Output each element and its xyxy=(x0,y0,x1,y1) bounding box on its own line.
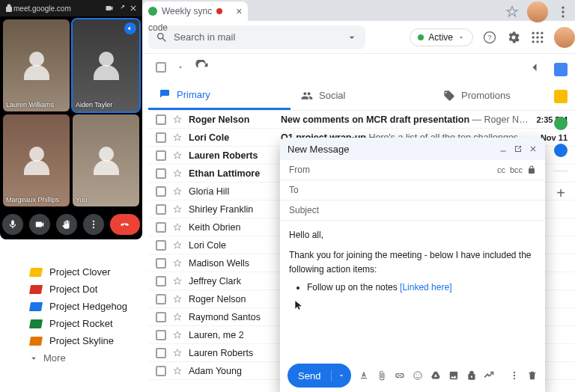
row-checkbox[interactable] xyxy=(156,276,166,287)
compose-body[interactable]: Hello all, Thank you for joining the mee… xyxy=(280,221,545,359)
browser-tab[interactable]: Weekly sync × xyxy=(142,1,248,21)
camera-button[interactable] xyxy=(29,214,50,235)
signature-icon[interactable] xyxy=(484,370,494,382)
popout-icon[interactable] xyxy=(117,4,126,13)
star-icon[interactable] xyxy=(172,294,183,304)
row-checkbox[interactable] xyxy=(156,330,166,340)
more-button[interactable] xyxy=(83,214,104,235)
popout-icon[interactable] xyxy=(514,144,523,153)
format-icon[interactable] xyxy=(359,370,369,382)
star-icon[interactable] xyxy=(172,330,183,340)
calendar-addon-icon[interactable] xyxy=(554,63,568,76)
sidebar-more[interactable]: More xyxy=(0,349,148,367)
more-icon[interactable] xyxy=(509,370,520,382)
compose-from-field[interactable]: From cc bcc xyxy=(280,160,545,180)
sidebar-label-2[interactable]: Project Hedgehog xyxy=(0,298,148,315)
drive-icon[interactable] xyxy=(431,370,441,382)
send-options-icon[interactable] xyxy=(331,370,351,382)
video-tile[interactable]: Margeaux Phillips xyxy=(3,114,70,206)
sidebar-label-1[interactable]: Project Dot xyxy=(0,281,148,298)
add-addon-icon[interactable]: + xyxy=(556,185,565,202)
star-icon[interactable] xyxy=(172,132,183,143)
row-checkbox[interactable] xyxy=(156,204,166,215)
row-checkbox[interactable] xyxy=(156,240,166,251)
tasks-addon-icon[interactable] xyxy=(554,117,568,130)
raise-hand-button[interactable] xyxy=(56,214,77,235)
star-icon[interactable] xyxy=(172,348,183,358)
meet-titlebar[interactable]: meet.google.com xyxy=(0,0,142,16)
lock-icon[interactable] xyxy=(527,165,536,174)
star-icon[interactable] xyxy=(172,222,183,233)
sidebar-label-0[interactable]: Project Clover xyxy=(0,263,148,281)
row-checkbox[interactable] xyxy=(156,258,166,269)
minimize-icon[interactable] xyxy=(499,144,508,153)
browser-profile-avatar-icon[interactable] xyxy=(527,1,548,22)
keep-addon-icon[interactable] xyxy=(554,90,568,103)
discard-icon[interactable] xyxy=(527,370,538,382)
body-link[interactable]: [Linked here] xyxy=(400,282,451,293)
attach-icon[interactable] xyxy=(377,370,387,382)
select-all-checkbox[interactable] xyxy=(156,62,166,73)
help-icon[interactable]: ? xyxy=(482,30,497,45)
sidebar-label-4[interactable]: Project Skyline xyxy=(0,332,148,349)
row-checkbox[interactable] xyxy=(156,312,166,322)
cc-link[interactable]: cc xyxy=(497,165,505,174)
link-icon[interactable] xyxy=(395,370,405,382)
svg-rect-14 xyxy=(501,151,506,152)
tab-social[interactable]: Social xyxy=(290,81,433,110)
search-input[interactable]: Search in mail xyxy=(148,25,365,49)
star-icon[interactable] xyxy=(505,4,520,19)
compose-header[interactable]: New Message xyxy=(280,138,545,160)
star-icon[interactable] xyxy=(172,366,183,376)
row-checkbox[interactable] xyxy=(156,348,166,358)
star-icon[interactable] xyxy=(172,186,183,197)
emoji-icon[interactable] xyxy=(413,370,423,382)
refresh-icon[interactable] xyxy=(195,60,210,75)
row-checkbox[interactable] xyxy=(156,132,166,143)
video-tile[interactable]: Lauren Williams xyxy=(3,19,70,111)
row-checkbox[interactable] xyxy=(156,222,166,233)
row-checkbox[interactable] xyxy=(156,150,166,161)
account-avatar-icon[interactable] xyxy=(554,27,575,48)
chevron-down-icon[interactable] xyxy=(177,64,184,71)
send-button[interactable]: Send xyxy=(288,364,351,388)
star-icon[interactable] xyxy=(172,312,183,322)
search-options-icon[interactable] xyxy=(346,31,358,43)
star-icon[interactable] xyxy=(172,204,183,215)
bcc-link[interactable]: bcc xyxy=(510,165,523,174)
row-checkbox[interactable] xyxy=(156,114,166,125)
image-icon[interactable] xyxy=(448,370,459,382)
sidebar-label-3[interactable]: Project Rocket xyxy=(0,315,148,332)
star-icon[interactable] xyxy=(172,114,183,125)
star-icon[interactable] xyxy=(172,240,183,251)
mic-button[interactable] xyxy=(2,214,23,235)
video-tile[interactable]: You xyxy=(73,114,139,206)
side-panel-rail: + xyxy=(547,54,575,202)
compose-subject-field[interactable]: Subject xyxy=(280,200,545,221)
row-checkbox[interactable] xyxy=(156,168,166,179)
star-icon[interactable] xyxy=(172,168,183,179)
star-icon[interactable] xyxy=(172,276,183,287)
compose-to-field[interactable]: To xyxy=(280,180,545,200)
close-icon[interactable] xyxy=(529,144,538,153)
camera-icon[interactable] xyxy=(105,4,114,13)
row-checkbox[interactable] xyxy=(156,186,166,197)
prev-page-icon[interactable] xyxy=(527,60,542,75)
email-row[interactable]: Roger Nelson New comments on MCR draft p… xyxy=(148,111,575,129)
close-icon[interactable] xyxy=(129,4,138,13)
row-checkbox[interactable] xyxy=(156,366,166,376)
settings-icon[interactable] xyxy=(506,30,521,45)
row-checkbox[interactable] xyxy=(156,294,166,304)
star-icon[interactable] xyxy=(172,258,183,269)
star-icon[interactable] xyxy=(172,150,183,161)
tab-primary[interactable]: Primary xyxy=(148,81,290,110)
overflow-icon[interactable] xyxy=(556,4,571,19)
tab-close-icon[interactable]: × xyxy=(236,5,242,17)
end-call-button[interactable] xyxy=(110,214,140,235)
apps-icon[interactable] xyxy=(530,30,545,45)
confidential-icon[interactable] xyxy=(466,370,477,382)
contacts-addon-icon[interactable] xyxy=(554,144,568,157)
status-badge[interactable]: Active xyxy=(410,28,473,46)
tab-primary-label: Primary xyxy=(177,89,210,100)
video-tile[interactable]: Aiden Tayler xyxy=(73,19,139,111)
